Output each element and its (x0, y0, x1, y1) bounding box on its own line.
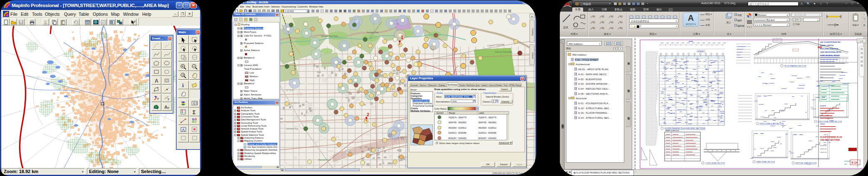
svg-text:W 10th St: W 10th St (291, 102, 300, 104)
svg-text:?: ? (167, 98, 169, 101)
svg-text:ROOF FRAMING SECTION: ROOF FRAMING SECTION (784, 65, 806, 67)
svg-text:Heritage Park: Heritage Park (367, 32, 379, 34)
svg-text:Harrold Rock: Harrold Rock (318, 159, 331, 161)
svg-text:?: ? (134, 20, 136, 24)
svg-text:sheet no.: sheet no. (820, 151, 827, 153)
svg-text:review: review (844, 160, 851, 162)
svg-text:1420 INDUSTRIAL BLVD: 1420 INDUSTRIAL BLVD (820, 51, 841, 53)
svg-text:project: project (820, 105, 826, 107)
svg-text:1: 1 (401, 35, 403, 40)
svg-text:VERTICAL STAIR SECTION: VERTICAL STAIR SECTION (795, 162, 816, 164)
svg-text:i: i (182, 82, 184, 88)
svg-text:2: 2 (195, 102, 197, 105)
svg-text:FLOOR FRAMING PLAN AND MISC SE: FLOOR FRAMING PLAN AND MISC SECTIONS (665, 127, 705, 130)
svg-text:Σ: Σ (193, 110, 195, 115)
svg-text:A: A (155, 78, 158, 84)
svg-text:?: ? (157, 106, 159, 110)
svg-text:1: 1 (193, 102, 194, 105)
svg-text:sheet no.: sheet no. (820, 148, 827, 150)
svg-text:241 COUNTRYSIDE INC: 241 COUNTRYSIDE INC (820, 41, 841, 43)
svg-text:BUILDING ADDITION: BUILDING ADDITION (820, 48, 838, 50)
svg-text:30: 30 (377, 149, 380, 152)
svg-text:S-14: S-14 (851, 161, 858, 164)
svg-text:Harmon Field Park: Harmon Field Park (495, 51, 512, 53)
svg-text:set: set (844, 163, 847, 165)
svg-text:Heritage Park Plaza: Heritage Park Plaza (321, 35, 338, 37)
svg-text:BEAM SCHEDULE: BEAM SCHEDULE (665, 130, 679, 132)
svg-text:STRUCTURAL STAIR SECTION: STRUCTURAL STAIR SECTION (759, 122, 784, 125)
svg-text:Lancaster Ave: Lancaster Ave (286, 128, 298, 130)
svg-text:2: 2 (367, 112, 369, 117)
svg-text:?: ? (182, 73, 184, 77)
svg-text:CONN. DETAIL SECTION: CONN. DETAIL SECTION (705, 162, 725, 164)
svg-text:W 7th St: W 7th St (286, 89, 294, 91)
svg-text:FORT WORTH, TEXAS: FORT WORTH, TEXAS (820, 54, 840, 56)
svg-text:STAIR DETAIL SECTION: STAIR DETAIL SECTION (756, 161, 775, 163)
svg-text:?: ? (157, 97, 159, 101)
svg-text:SHOP / OFFICE: SHOP / OFFICE (820, 44, 833, 46)
svg-text:sheet: sheet (820, 123, 825, 125)
svg-text:AND MISC SECTIONS: AND MISC SECTIONS (820, 139, 840, 141)
svg-text:FLOOR FRAMING PLAN: FLOOR FRAMING PLAN (820, 136, 842, 138)
svg-text:?: ? (167, 106, 169, 110)
